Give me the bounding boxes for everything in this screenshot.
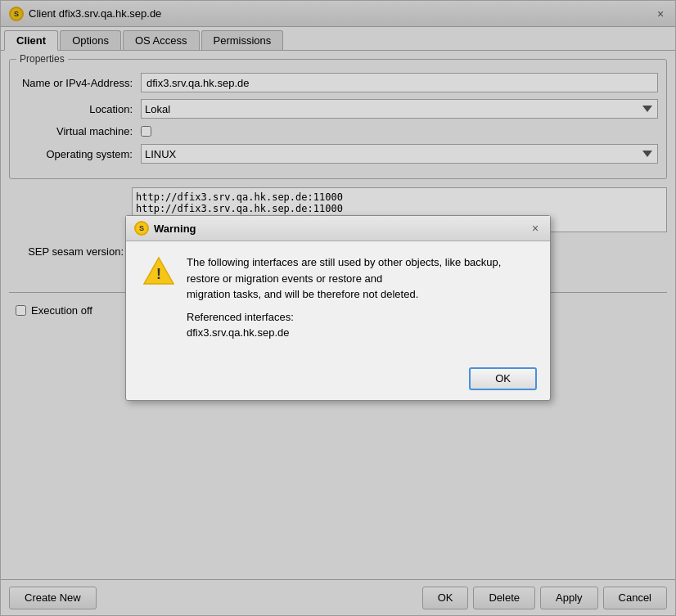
dialog-overlay: S Warning × ! The following interfaces a…: [1, 1, 675, 615]
dialog-footer: OK: [126, 361, 550, 400]
warning-dialog: S Warning × ! The following interfaces a…: [125, 215, 551, 401]
dialog-body: ! The following interfaces are still use…: [126, 241, 550, 361]
warning-icon: !: [142, 254, 175, 287]
svg-text:!: !: [156, 266, 161, 282]
main-window: S Client dfix3.srv.qa.hk.sep.de × Client…: [0, 0, 676, 616]
dialog-title-left: S Warning: [134, 221, 196, 236]
referenced-label: Referenced interfaces:: [187, 311, 294, 323]
dialog-ok-button[interactable]: OK: [469, 367, 537, 390]
dialog-message-line1: The following interfaces are still used …: [187, 256, 501, 285]
dialog-close-button[interactable]: ×: [529, 222, 542, 235]
dialog-title-bar: S Warning ×: [126, 216, 550, 241]
referenced-value: dfix3.srv.qa.hk.sep.de: [187, 326, 290, 339]
dialog-app-icon: S: [134, 221, 149, 236]
dialog-message-line2: migration tasks, and will be therefore n…: [187, 288, 418, 300]
dialog-message: The following interfaces are still used …: [187, 254, 534, 348]
dialog-title-text: Warning: [154, 223, 196, 235]
